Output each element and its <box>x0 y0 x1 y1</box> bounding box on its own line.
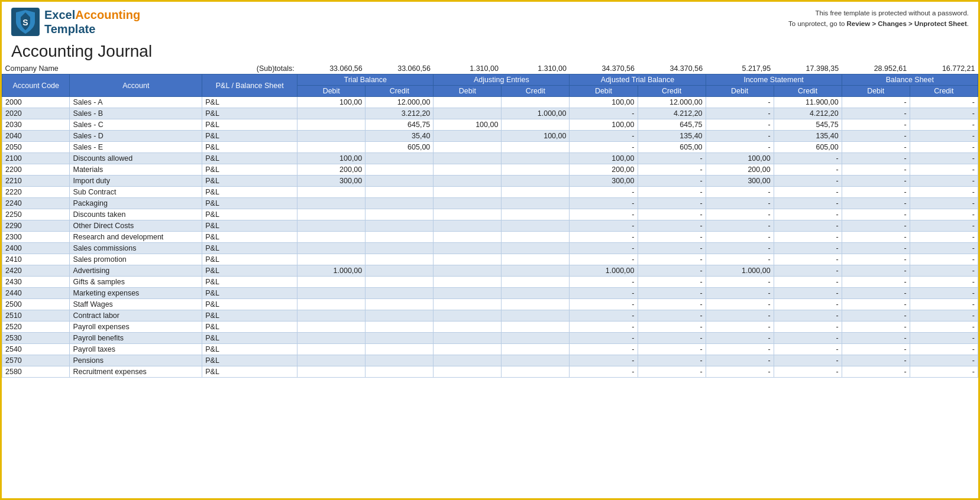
table-row: 2290Other Direct CostsP&L------ <box>2 220 978 232</box>
cell: - <box>910 108 978 119</box>
cell: - <box>570 198 638 209</box>
cell: - <box>638 288 706 299</box>
cell: - <box>706 322 774 333</box>
cell: - <box>638 322 706 333</box>
cell <box>502 333 570 344</box>
cell: 2510 <box>2 310 70 322</box>
cell: 2420 <box>2 265 70 277</box>
cell: 2430 <box>2 277 70 288</box>
cell <box>366 265 434 277</box>
cell: - <box>910 288 978 299</box>
cell <box>434 153 502 164</box>
cell <box>366 176 434 187</box>
cell: P&L <box>202 254 297 265</box>
subtotal-8: 28.952,61 <box>842 63 910 74</box>
cell <box>502 277 570 288</box>
table-row: 2100Discounts allowedP&L100,00100,00-100… <box>2 153 978 164</box>
cell: 2220 <box>2 187 70 198</box>
cell: 605,00 <box>366 142 434 153</box>
cell: P&L <box>202 355 297 366</box>
cell: 2580 <box>2 366 70 378</box>
cell <box>434 299 502 310</box>
cell: Sales promotion <box>70 254 202 265</box>
cell: - <box>842 366 910 378</box>
cell: - <box>910 344 978 355</box>
cell <box>502 97 570 108</box>
cell <box>297 243 366 254</box>
cell: - <box>842 265 910 277</box>
cell <box>434 254 502 265</box>
cell: - <box>706 232 774 243</box>
cell: - <box>842 176 910 187</box>
cell: - <box>774 277 842 288</box>
cell <box>434 310 502 322</box>
header-bs-credit: Credit <box>910 86 978 97</box>
subtotal-4: 34.370,56 <box>570 63 638 74</box>
cell: - <box>638 277 706 288</box>
cell: 35,40 <box>366 131 434 142</box>
cell: - <box>842 299 910 310</box>
cell <box>366 232 434 243</box>
cell: 2290 <box>2 220 70 232</box>
cell <box>366 333 434 344</box>
cell: 200,00 <box>570 164 638 176</box>
cell <box>366 366 434 378</box>
cell: - <box>638 153 706 164</box>
cell: - <box>706 310 774 322</box>
table-row: 2300Research and developmentP&L------ <box>2 232 978 243</box>
cell: P&L <box>202 366 297 378</box>
cell <box>502 220 570 232</box>
cell: 2530 <box>2 333 70 344</box>
cell: - <box>842 153 910 164</box>
cell: - <box>570 333 638 344</box>
cell: Contract labor <box>70 310 202 322</box>
cell: 100,00 <box>434 119 502 131</box>
cell: 100,00 <box>502 131 570 142</box>
cell: - <box>570 142 638 153</box>
cell: 645,75 <box>638 119 706 131</box>
cell: 100,00 <box>706 153 774 164</box>
cell: - <box>910 366 978 378</box>
cell <box>502 119 570 131</box>
header-tb-debit: Debit <box>297 86 366 97</box>
cell: - <box>910 333 978 344</box>
cell: Sales commissions <box>70 243 202 254</box>
cell <box>297 142 366 153</box>
cell: Sales - E <box>70 142 202 153</box>
cell: Sales - D <box>70 131 202 142</box>
cell: P&L <box>202 187 297 198</box>
cell: - <box>570 322 638 333</box>
notice-line2: To unprotect, go to Review > Changes > U… <box>788 18 969 29</box>
cell: - <box>570 254 638 265</box>
cell: - <box>774 288 842 299</box>
cell <box>434 131 502 142</box>
cell: - <box>570 232 638 243</box>
cell <box>297 344 366 355</box>
cell: Packaging <box>70 198 202 209</box>
cell: Payroll expenses <box>70 322 202 333</box>
cell: - <box>842 131 910 142</box>
cell: 2500 <box>2 299 70 310</box>
cell: 2300 <box>2 232 70 243</box>
cell <box>297 333 366 344</box>
cell: - <box>910 243 978 254</box>
cell: 1.000,00 <box>706 265 774 277</box>
cell: - <box>774 153 842 164</box>
header-balance-sheet: Balance Sheet <box>842 74 978 86</box>
table-row: 2510Contract laborP&L------ <box>2 310 978 322</box>
cell: 100,00 <box>297 153 366 164</box>
cell: - <box>706 344 774 355</box>
header-atb-credit: Credit <box>638 86 706 97</box>
cell: - <box>910 131 978 142</box>
cell: - <box>910 164 978 176</box>
cell <box>297 232 366 243</box>
cell: - <box>706 243 774 254</box>
cell: - <box>706 97 774 108</box>
subtotals-label: (Sub)totals: <box>202 63 297 74</box>
cell <box>434 366 502 378</box>
cell <box>297 220 366 232</box>
cell: 12.000,00 <box>366 97 434 108</box>
subtotal-5: 34.370,56 <box>638 63 706 74</box>
cell: - <box>706 277 774 288</box>
cell: P&L <box>202 164 297 176</box>
